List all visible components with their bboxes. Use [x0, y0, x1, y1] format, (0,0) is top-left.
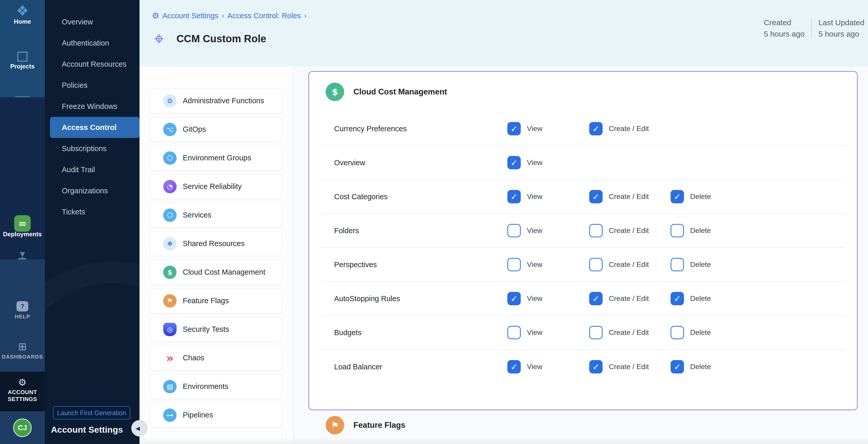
- perm-view-checkbox[interactable]: [507, 156, 521, 169]
- perm-create-edit-cell[interactable]: Create / Edit: [589, 122, 649, 135]
- perm-view-cell[interactable]: View: [507, 292, 542, 305]
- permission-row-label: Currency Preferences: [334, 125, 407, 133]
- account-settings-button[interactable]: ⚙ ACCOUNT SETTINGS: [0, 378, 45, 403]
- perm-create-edit-cell[interactable]: Create / Edit: [589, 258, 649, 271]
- category-card-pipelines[interactable]: ⊶Pipelines: [151, 403, 281, 427]
- nav-home-label: Home: [0, 18, 45, 25]
- perm-view-checkbox[interactable]: [507, 292, 521, 305]
- sidebar-item-policies[interactable]: Policies: [50, 75, 140, 96]
- sidebar-item-audit-trail[interactable]: Audit Trail: [50, 159, 140, 180]
- category-card-service-reliability[interactable]: ◔Service Reliability: [151, 174, 281, 199]
- sidebar-item-freeze-windows[interactable]: Freeze Windows: [50, 96, 140, 117]
- category-card-services[interactable]: ⎔Services: [151, 203, 281, 227]
- permission-row-label: Perspectives: [334, 260, 377, 269]
- perm-view-checkbox[interactable]: [507, 224, 521, 237]
- perm-create-edit-cell[interactable]: Create / Edit: [589, 292, 649, 305]
- permission-row-folders: FoldersViewCreate / EditDelete: [321, 214, 845, 248]
- sidebar-item-access-control[interactable]: Access Control: [50, 117, 140, 138]
- last-updated-label: Last Updated: [818, 18, 864, 27]
- perm-create-edit-checkbox[interactable]: [589, 360, 602, 374]
- perm-view-cell[interactable]: View: [507, 122, 542, 135]
- perm-view-cell[interactable]: View: [507, 156, 542, 169]
- perm-delete-checkbox[interactable]: [671, 360, 684, 374]
- sidebar-item-account-resources[interactable]: Account Resources: [50, 54, 140, 75]
- perm-view-cell[interactable]: View: [507, 360, 542, 374]
- permissions-panel: $ Cloud Cost Management Currency Prefere…: [308, 71, 858, 410]
- flag-icon: ⚑: [163, 294, 177, 308]
- account-settings-label-line2: SETTINGS: [0, 395, 45, 403]
- left-nav-rail: ❖ Home □ Projects ∞Deployments◎Builds⚑Fe…: [0, 0, 45, 444]
- category-card-chaos[interactable]: »Chaos: [151, 346, 281, 370]
- resource-category-list: ⚙Administrative Functions⌥GitOps⎔Environ…: [140, 66, 293, 444]
- perm-delete-cell[interactable]: Delete: [671, 224, 711, 237]
- perm-create-edit-checkbox[interactable]: [589, 326, 602, 339]
- category-card-security-tests[interactable]: ◎Security Tests: [151, 317, 281, 342]
- perm-create-edit-checkbox[interactable]: [589, 224, 602, 237]
- dashboards-button[interactable]: ⊞ DASHBOARDS: [0, 341, 45, 360]
- perm-create-edit-checkbox[interactable]: [589, 258, 602, 271]
- perm-view-cell[interactable]: View: [507, 258, 542, 271]
- category-label: Service Reliability: [183, 182, 242, 191]
- breadcrumb-account-settings[interactable]: Account Settings: [162, 11, 219, 20]
- account-settings-label-line1: ACCOUNT: [0, 389, 45, 395]
- perm-view-cell[interactable]: View: [507, 326, 542, 339]
- category-card-environments[interactable]: ▤Environments: [151, 374, 281, 399]
- category-card-cloud-cost-management[interactable]: $Cloud Cost Management: [151, 260, 281, 284]
- perm-view-checkbox[interactable]: [507, 258, 521, 271]
- nav-deployments[interactable]: ∞Deployments: [0, 215, 45, 238]
- perm-view-label: View: [527, 226, 542, 235]
- perm-delete-cell[interactable]: Delete: [671, 292, 711, 305]
- user-avatar[interactable]: CJ: [0, 418, 45, 437]
- chevron-down-icon[interactable]: ▼: [0, 250, 45, 258]
- perm-create-edit-cell[interactable]: Create / Edit: [589, 360, 649, 374]
- perm-view-label: View: [527, 193, 542, 201]
- category-card-feature-flags[interactable]: ⚑Feature Flags: [151, 289, 281, 313]
- sidebar-item-organizations[interactable]: Organizations: [50, 180, 140, 201]
- sidebar-item-subscriptions[interactable]: Subscriptions: [50, 138, 140, 159]
- breadcrumb-access-control-roles[interactable]: Access Control: Roles: [227, 11, 301, 20]
- harness-logo-icon: ❖: [16, 4, 29, 18]
- perm-delete-checkbox[interactable]: [671, 258, 684, 271]
- category-card-gitops[interactable]: ⌥GitOps: [151, 117, 281, 141]
- perm-delete-label: Delete: [690, 193, 711, 201]
- perm-delete-cell[interactable]: Delete: [671, 258, 711, 271]
- diamond-icon: ❖: [163, 237, 177, 250]
- nav-projects[interactable]: □ Projects: [0, 49, 45, 70]
- perm-view-checkbox[interactable]: [507, 360, 521, 374]
- permission-row-label: Cost Categories: [334, 193, 388, 201]
- sidebar-collapse-button[interactable]: ◀: [131, 420, 148, 437]
- category-card-environment-groups[interactable]: ⎔Environment Groups: [151, 146, 281, 170]
- perm-create-edit-checkbox[interactable]: [589, 190, 602, 203]
- launch-first-generation-button[interactable]: Launch First Generation: [53, 406, 130, 419]
- perm-delete-checkbox[interactable]: [671, 190, 684, 203]
- perm-view-cell[interactable]: View: [507, 190, 542, 203]
- perm-delete-label: Delete: [690, 328, 711, 337]
- sidebar-item-authentication[interactable]: Authentication: [50, 32, 140, 54]
- rail-account-settings[interactable]: ⚙ ACCOUNT SETTINGS: [0, 372, 45, 411]
- rail-top-section: ❖ Home □ Projects: [0, 0, 45, 97]
- perm-create-edit-checkbox[interactable]: [589, 292, 602, 305]
- category-card-partial[interactable]: [151, 432, 281, 444]
- perm-delete-cell[interactable]: Delete: [671, 190, 711, 203]
- help-button[interactable]: ? HELP: [0, 301, 45, 320]
- sidebar-item-tickets[interactable]: Tickets: [50, 201, 140, 222]
- perm-delete-checkbox[interactable]: [671, 326, 684, 339]
- sidebar-item-overview[interactable]: Overview: [50, 11, 140, 32]
- perm-view-cell[interactable]: View: [507, 224, 542, 237]
- perm-delete-checkbox[interactable]: [671, 292, 684, 305]
- perm-view-checkbox[interactable]: [507, 190, 521, 203]
- permission-row-autostopping-rules: AutoStopping RulesViewCreate / EditDelet…: [321, 282, 845, 316]
- perm-create-edit-cell[interactable]: Create / Edit: [589, 326, 649, 339]
- perm-view-checkbox[interactable]: [507, 122, 521, 135]
- perm-delete-cell[interactable]: Delete: [671, 360, 711, 374]
- perm-view-checkbox[interactable]: [507, 326, 521, 339]
- category-card-shared-resources[interactable]: ❖Shared Resources: [151, 231, 281, 256]
- perm-delete-checkbox[interactable]: [671, 224, 684, 237]
- perm-create-edit-checkbox[interactable]: [589, 122, 602, 135]
- nav-home[interactable]: ❖ Home: [0, 4, 45, 25]
- perm-create-edit-cell[interactable]: Create / Edit: [589, 190, 649, 203]
- perm-create-edit-cell[interactable]: Create / Edit: [589, 224, 649, 237]
- perm-delete-cell[interactable]: Delete: [671, 326, 711, 339]
- category-card-administrative-functions[interactable]: ⚙Administrative Functions: [151, 89, 281, 113]
- permission-row-label: Overview: [334, 159, 365, 167]
